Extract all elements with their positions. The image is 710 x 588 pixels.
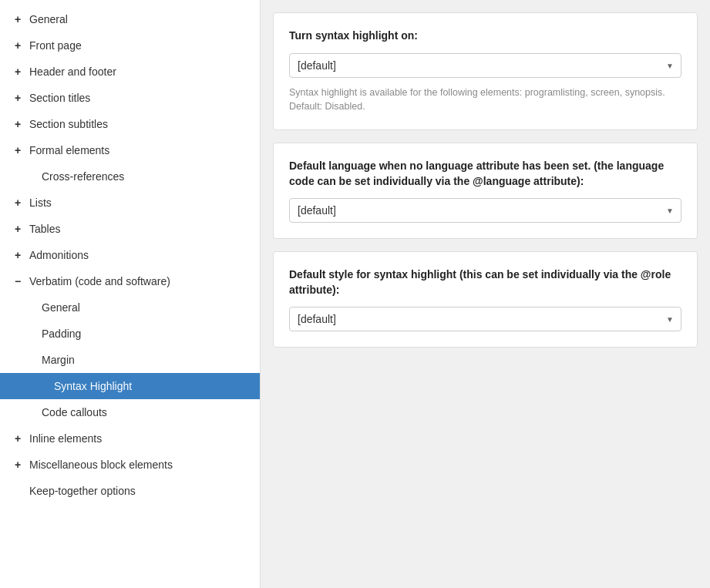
card-hint: Syntax highlight is available for the fo…: [289, 86, 681, 115]
plus-icon: +: [12, 197, 23, 208]
sidebar-item-syntax-highlight[interactable]: Syntax Highlight: [0, 373, 260, 399]
sidebar-item-cross-references[interactable]: Cross-references: [0, 163, 260, 190]
sidebar-item-misc-block[interactable]: +Miscellaneous block elements: [0, 452, 260, 478]
select-wrapper: [default]: [289, 198, 681, 223]
sidebar-item-label: Syntax Highlight: [54, 380, 132, 392]
sidebar-item-label: Lists: [29, 197, 52, 209]
sidebar-item-verbatim-margin[interactable]: Margin: [0, 347, 260, 373]
sidebar-item-general[interactable]: +General: [0, 6, 260, 32]
select-default-language[interactable]: [default]: [289, 198, 681, 223]
sidebar-item-label: Tables: [29, 223, 60, 235]
sidebar-item-label: Section subtitles: [29, 118, 108, 130]
sidebar-item-section-subtitles[interactable]: +Section subtitles: [0, 111, 260, 137]
sidebar-item-label: Padding: [42, 328, 81, 340]
card-label: Turn syntax highlight on:: [289, 29, 681, 44]
select-default-style[interactable]: [default]: [289, 307, 681, 331]
sidebar-item-label: Cross-references: [42, 170, 124, 183]
card-label: Default style for syntax highlight (this…: [289, 267, 681, 297]
card-default-language: Default language when no language attrib…: [273, 143, 698, 239]
sidebar-item-label: Header and footer: [29, 66, 116, 78]
sidebar-item-label: Formal elements: [29, 144, 109, 156]
plus-icon: +: [12, 433, 23, 444]
sidebar-item-label: Verbatim (code and software): [29, 275, 170, 287]
plus-icon: +: [12, 145, 23, 156]
minus-icon: −: [12, 276, 23, 287]
sidebar-item-tables[interactable]: +Tables: [0, 216, 260, 242]
sidebar-item-inline-elements[interactable]: +Inline elements: [0, 425, 260, 452]
sidebar-item-keep-together[interactable]: Keep-together options: [0, 478, 260, 504]
plus-icon: +: [12, 250, 23, 260]
sidebar-item-lists[interactable]: +Lists: [0, 190, 260, 216]
plus-icon: +: [12, 119, 23, 129]
card-default-style: Default style for syntax highlight (this…: [273, 251, 698, 348]
sidebar-item-formal-elements[interactable]: +Formal elements: [0, 137, 260, 163]
sidebar-item-label: Inline elements: [29, 432, 102, 445]
sidebar-item-header-footer[interactable]: +Header and footer: [0, 59, 260, 85]
sidebar-item-label: Front page: [29, 39, 82, 52]
sidebar-item-admonitions[interactable]: +Admonitions: [0, 242, 260, 268]
sidebar: +General+Front page+Header and footer+Se…: [0, 0, 261, 588]
plus-icon: +: [12, 92, 23, 103]
select-syntax-highlight-on[interactable]: [default]EnabledDisabled: [289, 53, 681, 78]
sidebar-item-label: Code callouts: [42, 406, 107, 418]
main-content: Turn syntax highlight on:[default]Enable…: [261, 0, 710, 588]
sidebar-item-label: Keep-together options: [29, 485, 136, 497]
plus-icon: +: [12, 66, 23, 77]
sidebar-item-code-callouts[interactable]: Code callouts: [0, 399, 260, 425]
sidebar-item-label: Admonitions: [29, 249, 89, 261]
sidebar-item-verbatim-general[interactable]: General: [0, 294, 260, 321]
select-wrapper: [default]: [289, 307, 681, 331]
sidebar-item-verbatim-padding[interactable]: Padding: [0, 321, 260, 347]
plus-icon: +: [12, 40, 23, 51]
card-label: Default language when no language attrib…: [289, 159, 681, 189]
select-wrapper: [default]EnabledDisabled: [289, 53, 681, 78]
plus-icon: +: [12, 459, 23, 470]
sidebar-item-section-titles[interactable]: +Section titles: [0, 85, 260, 111]
sidebar-item-label: Margin: [42, 354, 75, 366]
sidebar-item-label: General: [29, 13, 68, 25]
sidebar-item-front-page[interactable]: +Front page: [0, 32, 260, 59]
sidebar-item-label: Section titles: [29, 92, 90, 104]
plus-icon: +: [12, 14, 23, 25]
sidebar-item-label: General: [42, 301, 80, 314]
sidebar-item-verbatim[interactable]: −Verbatim (code and software): [0, 268, 260, 294]
card-syntax-highlight-on: Turn syntax highlight on:[default]Enable…: [273, 12, 698, 130]
plus-icon: +: [12, 223, 23, 234]
sidebar-item-label: Miscellaneous block elements: [29, 459, 173, 471]
